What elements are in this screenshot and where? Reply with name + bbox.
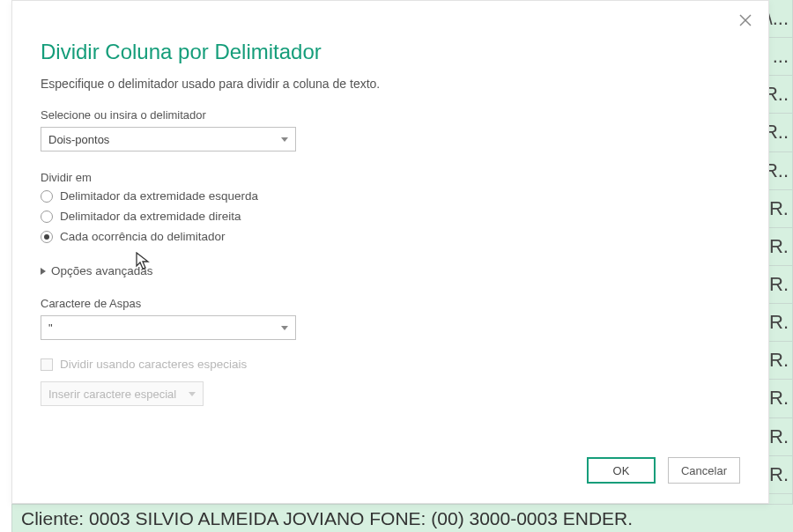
- quote-char-label: Caractere de Aspas: [41, 297, 740, 310]
- checkbox-icon: [41, 358, 53, 371]
- chevron-down-icon: [189, 392, 196, 396]
- special-chars-checkbox[interactable]: Dividir usando caracteres especiais: [41, 358, 740, 371]
- radio-label: Cada ocorrência do delimitador: [60, 230, 226, 243]
- dialog-title: Dividir Coluna por Delimitador: [41, 40, 740, 64]
- cancel-button-label: Cancelar: [681, 464, 727, 477]
- ok-button-label: OK: [613, 464, 630, 477]
- radio-rightmost[interactable]: Delimitador da extremidade direita: [41, 210, 740, 223]
- delimiter-select[interactable]: Dois-pontos: [41, 127, 296, 151]
- radio-icon: [41, 231, 53, 243]
- close-icon: [739, 14, 752, 26]
- close-button[interactable]: [731, 6, 760, 34]
- radio-leftmost[interactable]: Delimitador da extremidade esquerda: [41, 189, 740, 203]
- ok-button[interactable]: OK: [587, 457, 656, 484]
- advanced-options-expander[interactable]: Opções avançadas: [41, 264, 740, 277]
- chevron-right-icon: [41, 268, 46, 275]
- radio-label: Delimitador da extremidade direita: [60, 210, 241, 223]
- advanced-options-label: Opções avançadas: [51, 264, 153, 277]
- split-column-dialog: Dividir Coluna por Delimitador Especifiq…: [11, 0, 769, 504]
- delimiter-label: Selecione ou insira o delimitador: [41, 108, 740, 122]
- insert-special-char-select: Inserir caractere especial: [41, 381, 204, 406]
- cancel-button[interactable]: Cancelar: [668, 457, 740, 484]
- delimiter-selected-value: Dois-pontos: [48, 133, 109, 146]
- quote-char-select[interactable]: ": [41, 315, 296, 340]
- quote-char-selected-value: ": [48, 321, 53, 335]
- special-chars-checkbox-label: Dividir usando caracteres especiais: [60, 358, 247, 371]
- spreadsheet-row-text: Cliente: 0003 SILVIO ALMEIDA JOVIANO FON…: [11, 504, 793, 532]
- chevron-down-icon: [281, 326, 288, 330]
- radio-each[interactable]: Cada ocorrência do delimitador: [41, 230, 740, 243]
- dialog-subtitle: Especifique o delimitador usado para div…: [41, 77, 740, 91]
- insert-special-char-label: Inserir caractere especial: [48, 388, 176, 401]
- dialog-button-row: OK Cancelar: [587, 457, 740, 484]
- radio-label: Delimitador da extremidade esquerda: [60, 189, 258, 203]
- chevron-down-icon: [281, 137, 288, 142]
- radio-icon: [41, 190, 53, 203]
- split-at-group-label: Dividir em: [41, 171, 740, 184]
- radio-icon: [41, 211, 53, 223]
- split-at-radio-group: Delimitador da extremidade esquerda Deli…: [41, 189, 740, 250]
